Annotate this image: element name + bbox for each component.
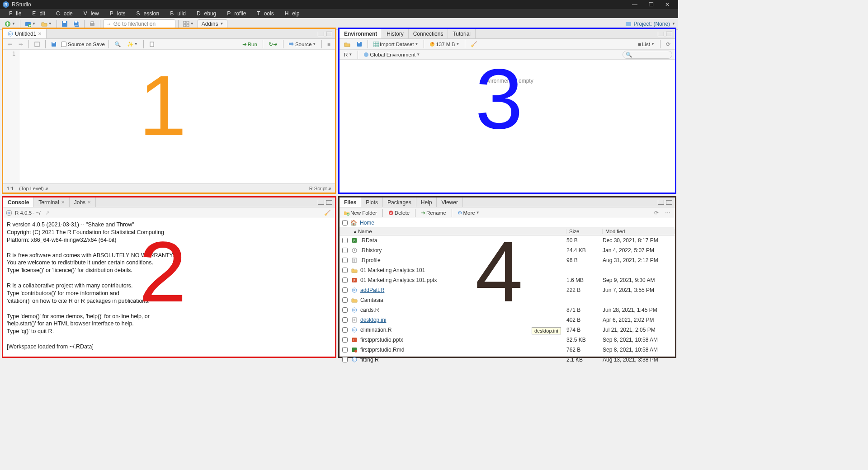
- close-tab-icon[interactable]: ✕: [61, 200, 65, 205]
- clear-console-button[interactable]: 🧹: [322, 209, 332, 217]
- menu-tools[interactable]: Tools: [250, 9, 277, 18]
- menu-view[interactable]: View: [76, 9, 103, 18]
- pane-minimize-button[interactable]: [658, 32, 664, 36]
- file-row[interactable]: Camtasia: [340, 295, 675, 305]
- file-checkbox[interactable]: [342, 238, 348, 243]
- file-row[interactable]: firstpprstudio.Rmd762 BSep 8, 2021, 10:5…: [340, 345, 675, 355]
- file-checkbox[interactable]: [342, 307, 348, 313]
- file-name[interactable]: 01 Marketing Analytics 101.pptx: [359, 277, 566, 283]
- file-name[interactable]: addPatt.R: [359, 287, 566, 293]
- pane-maximize-button[interactable]: [666, 200, 672, 205]
- view-list-button[interactable]: ≡ List ▼: [636, 41, 656, 48]
- col-name-header[interactable]: ▲Name: [350, 229, 566, 234]
- file-checkbox[interactable]: [342, 327, 348, 333]
- save-workspace-button[interactable]: [355, 41, 364, 48]
- file-name[interactable]: Camtasia: [359, 297, 566, 303]
- save-all-button[interactable]: [71, 20, 81, 28]
- import-dataset-button[interactable]: Import Dataset ▼: [372, 41, 420, 48]
- file-checkbox[interactable]: [342, 337, 348, 343]
- goto-file-function-input[interactable]: → Go to file/function: [103, 19, 175, 28]
- file-name[interactable]: 01 Marketing Analytics 101: [359, 267, 566, 273]
- language-scope-button[interactable]: R ▼: [342, 51, 354, 58]
- minimize-button[interactable]: —: [627, 1, 643, 8]
- save-button[interactable]: [60, 20, 70, 28]
- addins-dropdown[interactable]: Addins ▼: [198, 19, 228, 28]
- tab-console[interactable]: Console: [3, 197, 34, 207]
- file-name[interactable]: .Rprofile: [359, 257, 566, 263]
- memory-usage-button[interactable]: 137 MiB ▼: [428, 41, 461, 48]
- maximize-button[interactable]: ❐: [643, 1, 659, 8]
- tab-help[interactable]: Help: [416, 197, 437, 207]
- close-button[interactable]: ✕: [659, 1, 675, 8]
- file-checkbox[interactable]: [342, 277, 348, 283]
- select-all-checkbox[interactable]: [342, 220, 348, 226]
- file-row[interactable]: desktop.ini402 BApr 6, 2021, 2:02 PM: [340, 315, 675, 325]
- tab-tutorial[interactable]: Tutorial: [448, 29, 476, 38]
- source-editor[interactable]: 1: [3, 50, 335, 183]
- console-output[interactable]: R version 4.0.5 (2021-03-31) -- "Shake a…: [3, 218, 335, 357]
- file-name[interactable]: fitting.R: [359, 357, 566, 358]
- pane-maximize-button[interactable]: [326, 200, 332, 205]
- file-row[interactable]: 01 Marketing Analytics 101: [340, 265, 675, 275]
- tab-plots[interactable]: Plots: [361, 197, 383, 207]
- run-button[interactable]: ➜ Run: [241, 40, 259, 48]
- load-workspace-button[interactable]: [342, 40, 352, 48]
- file-checkbox[interactable]: [342, 248, 348, 253]
- source-button[interactable]: ⭆ Source ▼: [287, 41, 318, 48]
- file-checkbox[interactable]: [342, 258, 348, 263]
- tab-files[interactable]: Files: [340, 197, 361, 207]
- close-tab-icon[interactable]: ✕: [87, 200, 91, 205]
- file-checkbox[interactable]: [342, 297, 348, 303]
- col-modified-header[interactable]: Modified: [603, 229, 675, 234]
- compile-report-button[interactable]: [147, 41, 156, 48]
- language-selector[interactable]: R Script ⇵: [309, 186, 331, 191]
- refresh-files-button[interactable]: ⟳: [652, 209, 660, 217]
- back-button[interactable]: ⬅: [6, 40, 14, 48]
- breadcrumb-home[interactable]: Home: [360, 220, 374, 226]
- file-row[interactable]: P01 Marketing Analytics 101.pptx1.6 MBSe…: [340, 275, 675, 285]
- scope-selector[interactable]: (Top Level) ⇵: [19, 186, 48, 191]
- close-tab-icon[interactable]: ✕: [38, 31, 42, 36]
- file-checkbox[interactable]: [342, 347, 348, 352]
- tab-packages[interactable]: Packages: [383, 197, 416, 207]
- pane-minimize-button[interactable]: [658, 200, 664, 205]
- menu-profile[interactable]: Profile: [220, 9, 250, 18]
- file-name[interactable]: .Rhistory: [359, 247, 566, 254]
- menu-plots[interactable]: Plots: [103, 9, 129, 18]
- file-row[interactable]: .Rprofile96 BAug 31, 2021, 2:12 PM: [340, 255, 675, 265]
- more-options-button[interactable]: ⋯: [663, 209, 672, 217]
- file-row[interactable]: RaddPatt.R222 BJun 7, 2021, 3:55 PM: [340, 285, 675, 295]
- outline-button[interactable]: ≡: [326, 41, 332, 48]
- col-size-header[interactable]: Size: [566, 229, 603, 234]
- show-in-new-window-button[interactable]: [33, 41, 42, 48]
- menu-help[interactable]: Help: [278, 9, 303, 18]
- file-row[interactable]: Relimination.R974 BJul 21, 2021, 2:05 PM: [340, 325, 675, 335]
- menu-edit[interactable]: Edit: [25, 9, 49, 18]
- pane-minimize-button[interactable]: [318, 32, 324, 36]
- refresh-env-button[interactable]: ⟳: [664, 40, 672, 48]
- delete-button[interactable]: Delete: [387, 209, 411, 216]
- open-file-button[interactable]: ▼: [39, 20, 54, 28]
- grid-button[interactable]: ▼: [181, 20, 196, 28]
- tab-environment[interactable]: Environment: [340, 29, 382, 38]
- rerun-button[interactable]: ↻➜: [267, 40, 279, 48]
- home-icon[interactable]: 🏠: [350, 220, 357, 226]
- pane-maximize-button[interactable]: [666, 32, 672, 36]
- project-menu[interactable]: Project: (None) ▼: [625, 21, 675, 27]
- save-source-button[interactable]: [49, 41, 58, 48]
- file-checkbox[interactable]: [342, 287, 348, 293]
- file-row[interactable]: Pfirstpprstudio.pptx32.5 KBSep 8, 2021, …: [340, 335, 675, 345]
- find-button[interactable]: 🔍: [113, 40, 123, 48]
- goto-wd-button[interactable]: ↗: [43, 209, 52, 217]
- file-name[interactable]: desktop.ini: [359, 317, 566, 323]
- file-checkbox[interactable]: [342, 357, 348, 358]
- menu-debug[interactable]: Debug: [189, 9, 220, 18]
- menu-session[interactable]: Session: [129, 9, 163, 18]
- forward-button[interactable]: ➡: [17, 40, 25, 48]
- tab-viewer[interactable]: Viewer: [437, 197, 462, 207]
- file-row[interactable]: Rcards.R871 BJun 28, 2021, 1:45 PM: [340, 305, 675, 315]
- source-on-save-checkbox[interactable]: Source on Save: [61, 42, 105, 47]
- clear-env-button[interactable]: 🧹: [469, 40, 479, 48]
- env-scope-button[interactable]: Global Environment ▼: [362, 51, 422, 58]
- menu-build[interactable]: Build: [163, 9, 189, 18]
